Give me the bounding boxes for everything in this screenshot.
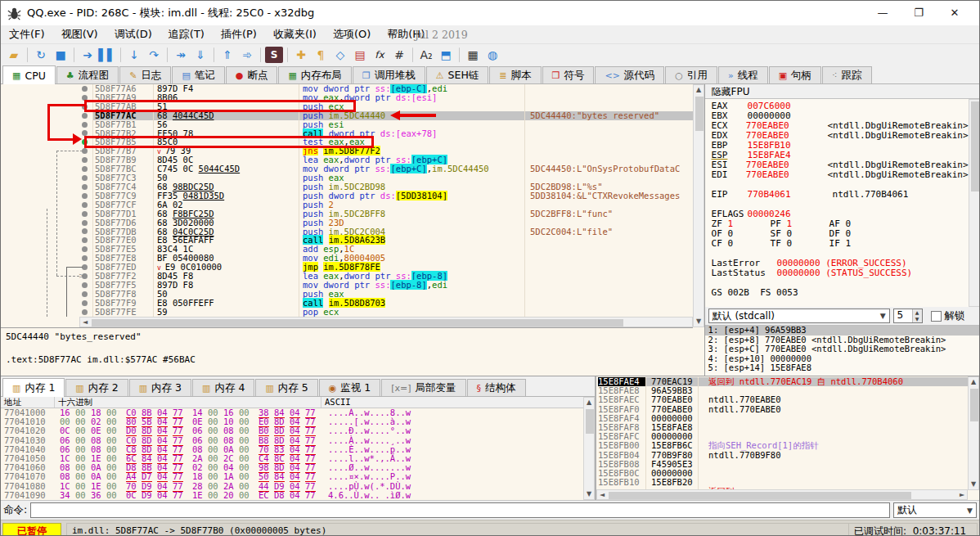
- toolbar-button[interactable]: [120, 47, 121, 62]
- menu-item[interactable]: 收藏夹(I): [265, 25, 325, 43]
- calling-convention-select[interactable]: 默认 (stdcall)▼: [708, 309, 890, 323]
- dump-tab[interactable]: ▥ 内存 1: [2, 378, 65, 397]
- menu-item[interactable]: 插件(P): [213, 25, 265, 43]
- memory-row[interactable]: 77041090 34 00 36 00 0C D9 04 77 1E 00 2…: [1, 491, 583, 500]
- toolbar-button[interactable]: [287, 47, 288, 62]
- toolbar-button[interactable]: ¶: [312, 46, 330, 64]
- view-tab[interactable]: ▦ CPU: [2, 65, 56, 84]
- flag[interactable]: CF 0: [712, 239, 771, 249]
- view-tab[interactable]: ▦ 内存布局: [278, 66, 351, 83]
- toolbar-button[interactable]: ↠: [172, 46, 190, 64]
- breakpoint-dot[interactable]: [82, 282, 88, 288]
- toolbar-button[interactable]: [459, 47, 460, 62]
- breakpoint-dot[interactable]: [82, 211, 88, 217]
- dump-tab[interactable]: ▥ 内存 3: [129, 379, 191, 396]
- breakpoint-dot[interactable]: [82, 86, 88, 92]
- maximize-button[interactable]: ❐: [901, 2, 937, 25]
- call-argument-row[interactable]: 5: [esp+14] 15E8FAE8: [705, 363, 980, 373]
- register-row[interactable]: EDI 770EABE0 <ntdll.DbgUiRemoteBreakin>: [712, 170, 969, 180]
- view-tab[interactable]: ≣ 脚本: [489, 66, 541, 83]
- stack-vscrollbar[interactable]: ▲ ▼: [968, 376, 979, 490]
- breakpoint-dot[interactable]: [82, 228, 88, 234]
- toolbar-button[interactable]: [412, 47, 413, 62]
- stack-row[interactable]: 15E8FAEC 770EABE0 ntdll.770EABE0: [598, 395, 968, 404]
- disasm-row[interactable]: 5D8F77AC 68 4044C45D push im.5DC44440 5D…: [1, 111, 693, 120]
- toolbar-button[interactable]: ▦: [464, 46, 482, 64]
- minimize-button[interactable]: —: [865, 2, 901, 25]
- unlock-checkbox[interactable]: [931, 311, 942, 322]
- breakpoint-dot[interactable]: [82, 113, 88, 119]
- stack-row[interactable]: 15E8FB04 770B9F80 ntdll.770B9F80: [598, 451, 968, 460]
- toolbar-button[interactable]: fx: [371, 46, 389, 64]
- toolbar-button[interactable]: ▌▌: [98, 46, 116, 64]
- breakpoint-dot[interactable]: [82, 264, 88, 270]
- memory-row[interactable]: 77041070 08 00 0A 00 A4 D7 04 77 18 00 1…: [1, 472, 583, 481]
- toolbar-button[interactable]: [167, 47, 168, 62]
- flag[interactable]: IF 1: [829, 239, 888, 249]
- memory-row[interactable]: 77041020 0C 00 0E 00 D0 8D 04 77 06 00 0…: [1, 426, 583, 435]
- toolbar-button[interactable]: ⇑: [218, 46, 236, 64]
- toolbar-button[interactable]: [260, 47, 261, 62]
- hide-fpu-button[interactable]: 隐藏FPU: [705, 84, 979, 99]
- toolbar-button[interactable]: ➔: [79, 46, 97, 64]
- breakpoint-dot[interactable]: [82, 157, 88, 163]
- stack-row[interactable]: 15E8FB00 15E8FB6C 指向SEH_Record[1]的指针: [598, 441, 968, 450]
- toolbar-button[interactable]: ◍: [483, 46, 501, 64]
- disasm-vscrollbar[interactable]: ▲ ▼: [693, 84, 704, 327]
- view-tab[interactable]: ⚠ SEH链: [426, 66, 489, 83]
- stack-row[interactable]: 15E8FB10 15E8FB20: [598, 478, 968, 487]
- dump-tab[interactable]: ◉ 监视 1: [319, 379, 381, 396]
- register-row[interactable]: EIP 770B4061 ntdll.770B4061: [712, 190, 969, 200]
- dump-tab[interactable]: § 结构体: [467, 379, 526, 396]
- dump-tab[interactable]: ▥ 内存 2: [65, 379, 128, 396]
- stack-hscrollbar[interactable]: ◄ ►: [596, 489, 968, 500]
- close-button[interactable]: ✕: [937, 2, 973, 25]
- toolbar-button[interactable]: ■: [52, 46, 70, 64]
- toolbar-button[interactable]: ↷: [145, 46, 163, 64]
- view-tab[interactable]: ⁖ 跟踪: [822, 66, 871, 83]
- toolbar-button[interactable]: ▤: [351, 46, 369, 64]
- flag[interactable]: TF 0: [771, 239, 829, 249]
- toolbar-button[interactable]: #: [390, 46, 408, 64]
- toolbar-button[interactable]: [214, 47, 214, 62]
- toolbar-button[interactable]: ↓: [125, 46, 143, 64]
- menu-item[interactable]: 调试(D): [106, 25, 160, 43]
- call-argument-row[interactable]: 1: [esp+4] 96A59BB3: [705, 326, 980, 336]
- menu-item[interactable]: 追踪(T): [160, 25, 213, 43]
- view-tab[interactable]: ❒ 符号: [542, 66, 595, 83]
- breakpoint-dot[interactable]: [82, 166, 88, 172]
- breakpoint-dot[interactable]: [82, 246, 88, 252]
- disasm-hscrollbar[interactable]: ◄: [79, 317, 693, 327]
- breakpoint-dot[interactable]: [82, 309, 88, 315]
- toolbar-button[interactable]: ↻: [32, 46, 50, 64]
- breakpoint-dot[interactable]: [82, 184, 88, 190]
- toolbar-button[interactable]: ➾: [238, 46, 256, 64]
- view-tab[interactable]: ❐ 调用堆栈: [353, 66, 425, 83]
- command-input[interactable]: [30, 502, 890, 518]
- breakpoint-dot[interactable]: [82, 122, 88, 128]
- toolbar-button[interactable]: A₂: [417, 46, 435, 64]
- view-tab[interactable]: ○ 引用: [665, 66, 717, 83]
- disasm-row[interactable]: 5D8F77D1 68 F8BFC25D push im.5DC2BFF8 5D…: [1, 209, 693, 218]
- command-profile-select[interactable]: 默认▼: [893, 502, 977, 518]
- view-tab[interactable]: ● 断点: [226, 66, 278, 83]
- toolbar-button[interactable]: ▰: [5, 46, 23, 64]
- toolbar-button[interactable]: ✚: [292, 46, 310, 64]
- dump-tab[interactable]: ▥ 内存 5: [255, 379, 317, 396]
- dump-tab[interactable]: [x=] 局部变量: [381, 379, 465, 396]
- toolbar-button[interactable]: S: [265, 47, 283, 63]
- menu-item[interactable]: 文件(F): [1, 25, 53, 43]
- breakpoint-dot[interactable]: [82, 193, 88, 199]
- view-tab[interactable]: » 线程: [718, 66, 768, 83]
- toolbar-button[interactable]: ⇓: [191, 46, 209, 64]
- toolbar-button[interactable]: ⬒: [437, 46, 455, 64]
- breakpoint-dot[interactable]: [82, 237, 88, 243]
- breakpoint-dot[interactable]: [82, 255, 88, 261]
- breakpoint-dot[interactable]: [82, 202, 88, 208]
- breakpoint-dot[interactable]: [82, 291, 88, 297]
- registers-vscrollbar[interactable]: [969, 99, 980, 307]
- breakpoint-dot[interactable]: [82, 220, 88, 226]
- view-tab[interactable]: ▣ 句柄: [769, 66, 821, 83]
- memory-row[interactable]: 77041080 1C 00 1E 00 70 D9 04 77 28 00 2…: [1, 482, 583, 491]
- menu-item[interactable]: 选项(O): [325, 25, 379, 43]
